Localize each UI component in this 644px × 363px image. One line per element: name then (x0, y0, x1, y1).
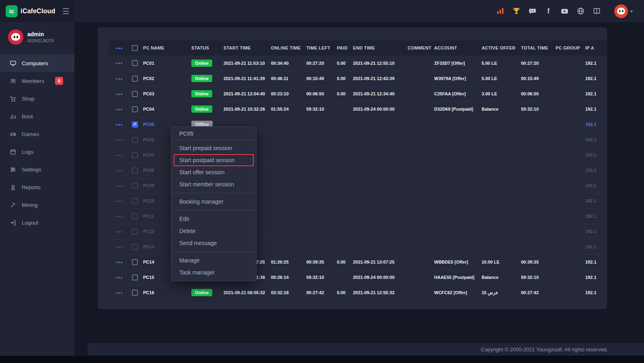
row-actions-button[interactable]: ••• (116, 76, 123, 82)
menu-item-start-postpaid-session[interactable]: Start postpaid session (174, 154, 254, 166)
select-all-checkbox[interactable] (132, 45, 138, 51)
menu-item-booking-manager[interactable]: Booking manager (171, 196, 256, 208)
row-actions-button[interactable]: ••• (116, 137, 123, 143)
ellipsis-icon[interactable]: ••• (116, 45, 123, 51)
row-checkbox[interactable] (132, 183, 138, 189)
menu-item-task-manager[interactable]: Task manager (171, 266, 256, 278)
col-total-time: TOTAL TIME (521, 40, 556, 56)
youtube-icon[interactable] (560, 7, 569, 15)
hamburger-menu-icon[interactable]: ☰ (62, 6, 70, 16)
active-offer (482, 117, 521, 132)
row-checkbox[interactable] (132, 122, 138, 128)
ip-address: 192.1 (585, 56, 607, 71)
row-checkbox[interactable] (132, 106, 138, 112)
sidebar-item-settings[interactable]: Settings (0, 161, 74, 178)
row-actions-button[interactable]: ••• (116, 198, 123, 204)
user-menu[interactable]: ▾ (614, 4, 633, 18)
menu-item-start-offer-session[interactable]: Start offer session (171, 166, 256, 178)
row-actions-button[interactable]: ••• (116, 274, 123, 280)
row-checkbox[interactable] (132, 229, 138, 235)
chevron-down-icon: ▾ (630, 8, 633, 14)
online-time: 01:55:24 (271, 101, 306, 117)
sidebar-item-label: Settings (22, 167, 41, 173)
row-actions-button[interactable]: ••• (116, 259, 123, 265)
sidebar-item-logs[interactable]: Logs (0, 143, 74, 161)
logo[interactable]: ic iCafeCloud ☰ (0, 0, 74, 22)
menu-item-manage[interactable]: Manage (171, 254, 256, 266)
comment (408, 56, 434, 71)
sidebar-item-label: Mining (22, 202, 38, 208)
row-checkbox[interactable] (132, 290, 138, 296)
admin-avatar (8, 29, 23, 45)
row-checkbox[interactable] (132, 213, 138, 219)
menu-item-start-prepaid-session[interactable]: Start prepaid session (171, 142, 256, 154)
total-time: 59:32:10 (521, 270, 556, 285)
row-actions-button[interactable]: ••• (116, 167, 123, 173)
row-actions-button[interactable]: ••• (116, 152, 123, 158)
active-offer: 15 عرض (482, 285, 521, 300)
chart-icon[interactable] (496, 7, 505, 15)
table-row[interactable]: ••• PC02 Online 2021-09-21 11:41:39 00:4… (109, 71, 607, 86)
menu-divider (171, 210, 256, 210)
comment (408, 254, 434, 270)
row-checkbox[interactable] (132, 152, 138, 158)
sidebar-item-reports[interactable]: Reports (0, 178, 74, 196)
menu-divider (171, 252, 256, 252)
row-actions-button[interactable]: ••• (116, 60, 123, 66)
table-row[interactable]: ••• PC01 Online 2021-09-21 11:53:10 00:3… (109, 56, 607, 71)
table-row[interactable]: ••• PC16 Online 2021-09-21 08:55:32 03:3… (109, 285, 607, 300)
sidebar-item-mining[interactable]: Mining (0, 196, 74, 214)
active-offer: 3.00 LE (482, 86, 521, 101)
col-status: STATUS (191, 40, 224, 56)
ip-address: 192.1 (585, 86, 607, 101)
sidebar-item-computers[interactable]: Computers (0, 54, 74, 72)
row-checkbox[interactable] (132, 259, 138, 265)
row-checkbox[interactable] (132, 137, 138, 143)
row-actions-button[interactable]: ••• (116, 290, 123, 296)
col-end-time: END TIME (353, 40, 408, 56)
row-actions-button[interactable]: ••• (116, 91, 123, 97)
sidebar-item-logout[interactable]: Logout (0, 214, 74, 231)
sidebar-item-shop[interactable]: Shop (0, 90, 74, 107)
row-actions-button[interactable]: ••• (116, 213, 123, 219)
discord-icon[interactable] (528, 7, 537, 15)
row-actions-button[interactable]: ••• (116, 183, 123, 189)
row-checkbox[interactable] (132, 167, 138, 173)
paid: 0.00 (337, 254, 353, 270)
row-actions-button[interactable]: ••• (116, 229, 123, 235)
menu-item-edit[interactable]: Edit (171, 213, 256, 225)
paid: 0.00 (337, 285, 353, 300)
account: HAAE55 [Postpaid] (434, 270, 482, 285)
sidebar-item-label: Boot (22, 113, 33, 120)
sidebar-item-games[interactable]: Games (0, 125, 74, 143)
menu-item-send-message[interactable]: Send message (171, 237, 256, 249)
table-row[interactable]: ••• PC03 Online 2021-09-21 12:04:40 00:2… (109, 86, 607, 101)
docs-book-icon[interactable] (593, 7, 601, 15)
row-checkbox[interactable] (132, 198, 138, 204)
row-actions-button[interactable]: ••• (116, 244, 123, 250)
ip-address: 192.1 (585, 285, 607, 300)
row-actions-button[interactable]: ••• (116, 122, 123, 128)
table-row[interactable]: ••• PC04 Online 2021-09-21 10:32:26 01:5… (109, 101, 607, 117)
active-offer: 5.00 LE (482, 71, 521, 86)
user-avatar (614, 4, 628, 18)
facebook-icon[interactable]: f (544, 7, 553, 15)
menu-item-delete[interactable]: Delete (171, 225, 256, 237)
trophy-icon[interactable] (512, 7, 521, 15)
sidebar-item-members[interactable]: Members 8 (0, 72, 74, 90)
globe-icon[interactable] (576, 7, 585, 15)
row-checkbox[interactable] (132, 274, 138, 280)
row-actions-button[interactable]: ••• (116, 106, 123, 112)
row-checkbox[interactable] (132, 60, 138, 66)
row-checkbox[interactable] (132, 244, 138, 250)
menu-item-start-member-session[interactable]: Start member session (171, 178, 256, 190)
table-header-row: ••• PC NAME STATUS START TIME ONLINE TIM… (109, 40, 607, 56)
col-paid: PAID (337, 40, 353, 56)
sidebar-item-label: Shop (22, 96, 35, 102)
status-badge: Online (191, 75, 212, 82)
row-checkbox[interactable] (132, 76, 138, 82)
sidebar-item-boot[interactable]: Boot (0, 107, 74, 125)
time-left: 00:27:20 (306, 56, 337, 71)
end-time: 2021-09-21 12:55:10 (353, 56, 408, 71)
row-checkbox[interactable] (132, 91, 138, 97)
